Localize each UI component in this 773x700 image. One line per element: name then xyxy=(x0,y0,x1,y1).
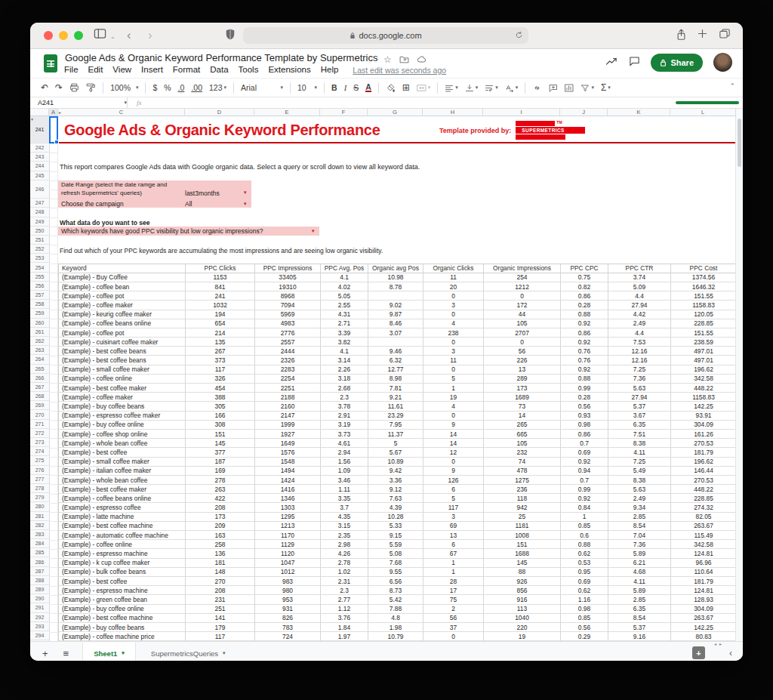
table-cell[interactable]: 931 xyxy=(255,605,321,614)
row-header-262[interactable]: 262 xyxy=(30,337,49,346)
column-header-j[interactable]: J xyxy=(560,109,608,116)
table-cell[interactable]: 166 xyxy=(186,412,255,421)
table-cell[interactable]: 2.49 xyxy=(608,494,671,503)
row-header-270[interactable]: 270 xyxy=(30,410,49,419)
table-cell[interactable]: 2.31 xyxy=(321,577,368,586)
table-cell[interactable]: (Example) - buy coffee beans xyxy=(59,402,186,411)
table-cell[interactable]: 220 xyxy=(484,623,561,632)
table-cell[interactable]: 0.28 xyxy=(561,301,608,310)
table-cell[interactable]: 983 xyxy=(255,577,321,586)
table-cell[interactable]: 0.76 xyxy=(561,347,608,356)
table-header-cell[interactable]: PPC Impressions xyxy=(255,264,321,273)
table-cell[interactable]: 7.68 xyxy=(368,559,423,568)
table-cell[interactable]: 4 xyxy=(423,319,484,328)
table-cell[interactable]: 9.21 xyxy=(368,393,423,402)
table-cell[interactable]: 181.79 xyxy=(671,448,737,457)
table-cell[interactable]: 267 xyxy=(186,347,255,356)
table-cell[interactable]: 238.59 xyxy=(671,338,737,347)
table-cell[interactable]: 9.55 xyxy=(368,568,423,577)
insert-comment-icon[interactable] xyxy=(549,84,558,92)
sidebar-chevron-icon[interactable]: ⌄ xyxy=(110,29,115,45)
table-cell[interactable]: 3.46 xyxy=(321,476,368,485)
table-cell[interactable]: 2.3 xyxy=(321,586,368,595)
table-cell[interactable]: 12 xyxy=(423,448,484,457)
table-cell[interactable]: 308 xyxy=(186,421,255,430)
table-cell[interactable]: 6 xyxy=(423,485,484,494)
table-cell[interactable]: 0.84 xyxy=(561,503,608,512)
table-cell[interactable]: 80.83 xyxy=(671,632,737,641)
table-cell[interactable]: 1.09 xyxy=(321,467,368,476)
share-button[interactable]: Share xyxy=(651,54,703,72)
table-cell[interactable]: 163 xyxy=(186,531,255,540)
table-cell[interactable]: 4.11 xyxy=(608,577,671,586)
table-cell[interactable]: 2326 xyxy=(255,356,321,365)
row-header-269[interactable]: 269 xyxy=(30,401,49,410)
table-cell[interactable]: 2.55 xyxy=(321,301,368,310)
row-header-267[interactable]: 267 xyxy=(30,383,49,392)
table-cell[interactable]: 916 xyxy=(484,595,561,604)
table-cell[interactable]: 3 xyxy=(423,347,484,356)
menu-tools[interactable]: Tools xyxy=(239,65,259,75)
table-cell[interactable]: 69 xyxy=(423,522,484,531)
table-cell[interactable]: 2707 xyxy=(484,328,561,338)
table-cell[interactable]: 2.78 xyxy=(321,559,368,568)
format-currency-icon[interactable]: $ xyxy=(152,83,157,92)
table-cell[interactable]: 28 xyxy=(423,577,484,586)
table-cell[interactable]: 146.44 xyxy=(671,467,737,476)
table-cell[interactable]: 3.15 xyxy=(321,522,368,531)
table-cell[interactable]: (Example) - coffee maker xyxy=(59,301,186,310)
tab-supermetricsqueries[interactable]: SupermetricsQueries▾ xyxy=(140,649,236,658)
table-cell[interactable]: 1424 xyxy=(255,476,321,485)
table-cell[interactable]: 172 xyxy=(484,301,561,310)
table-cell[interactable]: 4.1 xyxy=(321,273,368,282)
table-cell[interactable]: 136 xyxy=(186,549,255,558)
table-cell[interactable]: 263.67 xyxy=(671,614,737,623)
campaign-dropdown-icon[interactable]: ▾ xyxy=(244,201,247,207)
table-cell[interactable]: 0.95 xyxy=(561,568,608,577)
comment-history-icon[interactable] xyxy=(629,56,640,69)
table-cell[interactable]: 1275 xyxy=(484,476,561,485)
table-cell[interactable]: 9.46 xyxy=(368,347,423,356)
undo-icon[interactable]: ↶ xyxy=(41,82,48,93)
table-cell[interactable]: (Example) - buy coffee beans xyxy=(59,623,186,632)
row-header-245[interactable]: 245 xyxy=(30,171,49,180)
table-cell[interactable]: 9 xyxy=(423,467,484,476)
menu-edit[interactable]: Edit xyxy=(88,65,103,75)
row-header-278[interactable]: 278 xyxy=(30,484,49,493)
table-cell[interactable]: 1689 xyxy=(484,393,561,402)
table-cell[interactable]: 181 xyxy=(186,559,255,568)
table-cell[interactable]: 20 xyxy=(423,282,484,291)
table-cell[interactable]: 2254 xyxy=(255,375,321,384)
table-cell[interactable]: 1 xyxy=(423,384,484,393)
add-sheet-icon[interactable]: + xyxy=(42,648,48,659)
new-tab-icon[interactable] xyxy=(697,28,708,39)
table-cell[interactable]: 14 xyxy=(423,439,484,448)
table-cell[interactable]: 5.89 xyxy=(608,586,671,595)
table-cell[interactable]: (Example) - coffee bean xyxy=(59,282,186,291)
table-cell[interactable]: 258 xyxy=(186,540,255,549)
table-cell[interactable]: 208 xyxy=(186,503,255,512)
table-cell[interactable]: 4.35 xyxy=(321,513,368,522)
table-cell[interactable]: 1153 xyxy=(186,273,255,282)
table-cell[interactable]: 1158.83 xyxy=(671,393,737,402)
menu-view[interactable]: View xyxy=(112,65,131,75)
table-cell[interactable]: 1032 xyxy=(186,301,255,310)
table-cell[interactable]: 270.53 xyxy=(671,439,737,448)
row-header-289[interactable]: 289 xyxy=(30,585,49,594)
table-cell[interactable]: 1.16 xyxy=(561,595,608,604)
table-cell[interactable]: 179 xyxy=(186,623,255,632)
date-range-select[interactable]: last3months xyxy=(185,190,220,197)
paint-format-icon[interactable] xyxy=(86,83,96,92)
table-cell[interactable]: 1927 xyxy=(255,430,321,439)
strikethrough-icon[interactable]: S xyxy=(353,83,359,92)
table-cell[interactable]: 238 xyxy=(423,328,484,338)
menu-extensions[interactable]: Extensions xyxy=(268,65,310,75)
column-header-l[interactable]: L xyxy=(670,109,736,116)
table-cell[interactable]: (Example) - small coffee maker xyxy=(59,365,186,375)
table-cell[interactable]: 7.51 xyxy=(608,430,671,439)
row-header-258[interactable]: 258 xyxy=(30,300,49,309)
table-cell[interactable]: 274.32 xyxy=(671,503,737,512)
table-header-cell[interactable]: PPC Clicks xyxy=(186,264,255,273)
table-cell[interactable]: 7.04 xyxy=(608,531,671,540)
table-cell[interactable]: 2 xyxy=(423,605,484,614)
